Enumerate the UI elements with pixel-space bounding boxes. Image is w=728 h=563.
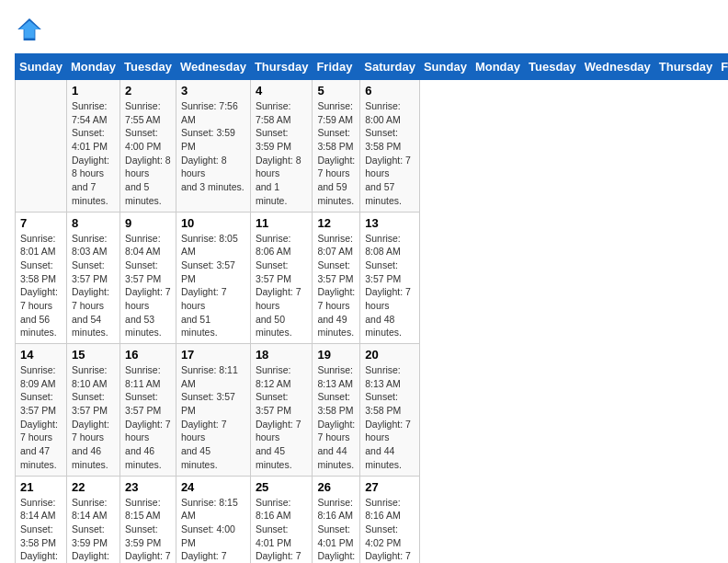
cell-info: Sunrise: 8:11 AM Sunset: 3:57 PM Dayligh… [125, 363, 171, 472]
calendar-cell: 20Sunrise: 8:13 AM Sunset: 3:58 PM Dayli… [360, 344, 420, 477]
cell-info: Sunrise: 8:14 AM Sunset: 3:59 PM Dayligh… [72, 496, 115, 564]
calendar-cell: 17Sunrise: 8:11 AM Sunset: 3:57 PM Dayli… [176, 344, 250, 477]
calendar-week-3: 14Sunrise: 8:09 AM Sunset: 3:57 PM Dayli… [16, 344, 729, 477]
day-number: 25 [256, 480, 308, 494]
day-header-wednesday: Wednesday [580, 54, 654, 80]
calendar-cell: 3Sunrise: 7:56 AM Sunset: 3:59 PM Daylig… [176, 80, 250, 213]
calendar-cell: 13Sunrise: 8:08 AM Sunset: 3:57 PM Dayli… [360, 212, 420, 344]
calendar-cell: 7Sunrise: 8:01 AM Sunset: 3:58 PM Daylig… [16, 212, 67, 344]
day-header-wednesday: Wednesday [176, 54, 250, 80]
calendar-cell: 26Sunrise: 8:16 AM Sunset: 4:01 PM Dayli… [313, 476, 360, 563]
day-header-monday: Monday [66, 54, 119, 80]
day-header-sunday: Sunday [419, 54, 471, 80]
day-header-sunday: Sunday [16, 54, 67, 80]
day-header-thursday: Thursday [654, 54, 717, 80]
day-number: 3 [181, 84, 245, 98]
logo [15, 15, 48, 44]
cell-info: Sunrise: 8:06 AM Sunset: 3:57 PM Dayligh… [256, 232, 308, 340]
day-number: 24 [181, 480, 245, 494]
cell-info: Sunrise: 8:16 AM Sunset: 4:02 PM Dayligh… [365, 496, 415, 564]
day-header-tuesday: Tuesday [120, 54, 176, 80]
calendar-week-2: 7Sunrise: 8:01 AM Sunset: 3:58 PM Daylig… [16, 212, 729, 344]
cell-info: Sunrise: 7:59 AM Sunset: 3:58 PM Dayligh… [317, 99, 355, 208]
cell-info: Sunrise: 8:07 AM Sunset: 3:57 PM Dayligh… [317, 232, 355, 340]
cell-info: Sunrise: 8:03 AM Sunset: 3:57 PM Dayligh… [72, 232, 115, 340]
cell-info: Sunrise: 8:12 AM Sunset: 3:57 PM Dayligh… [256, 363, 308, 472]
day-number: 12 [317, 216, 355, 230]
day-number: 9 [125, 216, 171, 230]
day-number: 26 [317, 480, 355, 494]
cell-info: Sunrise: 8:14 AM Sunset: 3:58 PM Dayligh… [20, 496, 62, 564]
svg-marker-1 [19, 20, 40, 38]
cell-info: Sunrise: 8:01 AM Sunset: 3:58 PM Dayligh… [20, 232, 62, 340]
day-number: 18 [256, 348, 308, 362]
day-number: 10 [181, 216, 245, 230]
calendar-cell: 6Sunrise: 8:00 AM Sunset: 3:58 PM Daylig… [360, 80, 420, 213]
day-header-monday: Monday [471, 54, 524, 80]
cell-info: Sunrise: 8:04 AM Sunset: 3:57 PM Dayligh… [125, 232, 171, 340]
day-number: 17 [181, 348, 245, 362]
calendar-cell: 8Sunrise: 8:03 AM Sunset: 3:57 PM Daylig… [66, 212, 119, 344]
day-number: 19 [317, 348, 355, 362]
day-number: 27 [365, 480, 415, 494]
day-number: 16 [125, 348, 171, 362]
day-number: 5 [317, 84, 355, 98]
cell-info: Sunrise: 8:08 AM Sunset: 3:57 PM Dayligh… [365, 232, 415, 340]
calendar-cell: 2Sunrise: 7:55 AM Sunset: 4:00 PM Daylig… [120, 80, 176, 213]
day-number: 4 [256, 84, 308, 98]
calendar-header-row: SundayMondayTuesdayWednesdayThursdayFrid… [16, 54, 729, 80]
calendar-cell: 21Sunrise: 8:14 AM Sunset: 3:58 PM Dayli… [16, 476, 67, 563]
calendar-cell: 1Sunrise: 7:54 AM Sunset: 4:01 PM Daylig… [66, 80, 119, 213]
calendar-cell: 16Sunrise: 8:11 AM Sunset: 3:57 PM Dayli… [120, 344, 176, 477]
cell-info: Sunrise: 8:05 AM Sunset: 3:57 PM Dayligh… [181, 232, 245, 340]
cell-info: Sunrise: 8:16 AM Sunset: 4:01 PM Dayligh… [256, 496, 308, 564]
cell-info: Sunrise: 7:56 AM Sunset: 3:59 PM Dayligh… [181, 99, 245, 194]
calendar-cell: 11Sunrise: 8:06 AM Sunset: 3:57 PM Dayli… [250, 212, 313, 344]
day-header-tuesday: Tuesday [525, 54, 581, 80]
day-header-thursday: Thursday [250, 54, 313, 80]
page-header [15, 15, 713, 44]
day-number: 21 [20, 480, 62, 494]
calendar-cell: 4Sunrise: 7:58 AM Sunset: 3:59 PM Daylig… [250, 80, 313, 213]
day-number: 14 [20, 348, 62, 362]
cell-info: Sunrise: 8:11 AM Sunset: 3:57 PM Dayligh… [181, 363, 245, 472]
day-number: 2 [125, 84, 171, 98]
calendar-cell: 22Sunrise: 8:14 AM Sunset: 3:59 PM Dayli… [66, 476, 119, 563]
cell-info: Sunrise: 7:55 AM Sunset: 4:00 PM Dayligh… [125, 99, 171, 208]
cell-info: Sunrise: 8:16 AM Sunset: 4:01 PM Dayligh… [317, 496, 355, 564]
calendar-cell: 10Sunrise: 8:05 AM Sunset: 3:57 PM Dayli… [176, 212, 250, 344]
day-number: 8 [72, 216, 115, 230]
day-number: 22 [72, 480, 115, 494]
cell-info: Sunrise: 8:00 AM Sunset: 3:58 PM Dayligh… [365, 99, 415, 208]
cell-info: Sunrise: 8:09 AM Sunset: 3:57 PM Dayligh… [20, 363, 62, 472]
calendar-cell: 18Sunrise: 8:12 AM Sunset: 3:57 PM Dayli… [250, 344, 313, 477]
calendar-cell: 24Sunrise: 8:15 AM Sunset: 4:00 PM Dayli… [176, 476, 250, 563]
calendar-week-1: 1Sunrise: 7:54 AM Sunset: 4:01 PM Daylig… [16, 80, 729, 213]
cell-info: Sunrise: 8:13 AM Sunset: 3:58 PM Dayligh… [365, 363, 415, 472]
cell-info: Sunrise: 7:54 AM Sunset: 4:01 PM Dayligh… [72, 99, 115, 208]
day-number: 23 [125, 480, 171, 494]
cell-info: Sunrise: 8:10 AM Sunset: 3:57 PM Dayligh… [72, 363, 115, 472]
calendar-cell: 5Sunrise: 7:59 AM Sunset: 3:58 PM Daylig… [313, 80, 360, 213]
day-number: 15 [72, 348, 115, 362]
calendar-table: SundayMondayTuesdayWednesdayThursdayFrid… [15, 53, 728, 563]
cell-info: Sunrise: 8:15 AM Sunset: 3:59 PM Dayligh… [125, 496, 171, 564]
day-header-friday: Friday [313, 54, 360, 80]
calendar-cell: 9Sunrise: 8:04 AM Sunset: 3:57 PM Daylig… [120, 212, 176, 344]
calendar-cell: 19Sunrise: 8:13 AM Sunset: 3:58 PM Dayli… [313, 344, 360, 477]
cell-info: Sunrise: 8:15 AM Sunset: 4:00 PM Dayligh… [181, 496, 245, 564]
calendar-week-4: 21Sunrise: 8:14 AM Sunset: 3:58 PM Dayli… [16, 476, 729, 563]
day-number: 11 [256, 216, 308, 230]
calendar-cell: 15Sunrise: 8:10 AM Sunset: 3:57 PM Dayli… [66, 344, 119, 477]
cell-info: Sunrise: 7:58 AM Sunset: 3:59 PM Dayligh… [256, 99, 308, 208]
calendar-cell: 14Sunrise: 8:09 AM Sunset: 3:57 PM Dayli… [16, 344, 67, 477]
day-number: 1 [72, 84, 115, 98]
day-header-saturday: Saturday [360, 54, 420, 80]
day-number: 13 [365, 216, 415, 230]
calendar-cell: 27Sunrise: 8:16 AM Sunset: 4:02 PM Dayli… [360, 476, 420, 563]
cell-info: Sunrise: 8:13 AM Sunset: 3:58 PM Dayligh… [317, 363, 355, 472]
day-number: 6 [365, 84, 415, 98]
calendar-cell: 25Sunrise: 8:16 AM Sunset: 4:01 PM Dayli… [250, 476, 313, 563]
day-header-friday: Friday [717, 54, 728, 80]
calendar-cell [16, 80, 67, 213]
